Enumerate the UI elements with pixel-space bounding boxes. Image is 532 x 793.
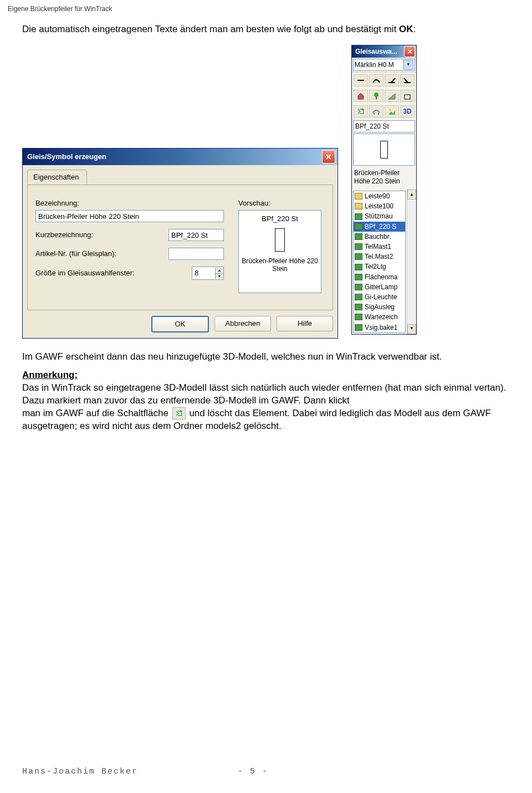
straight-track-icon[interactable] bbox=[354, 74, 368, 86]
gawf-palette: Gleisauswa... ✕ Märklin H0 M ▼ bbox=[351, 45, 417, 335]
label-kurzbezeichnung: Kurzbezeichnung: bbox=[35, 230, 93, 240]
scenery-icon[interactable] bbox=[385, 105, 399, 117]
list-item[interactable]: Vsig.bake1 bbox=[354, 323, 405, 332]
list-item[interactable]: Gi-Leuchte bbox=[354, 292, 405, 302]
list-item[interactable]: BPf_220 S bbox=[354, 222, 405, 232]
list-item-icon bbox=[355, 233, 362, 240]
list-item-icon bbox=[355, 304, 362, 310]
scroll-track[interactable] bbox=[407, 199, 416, 324]
text: man im GAWF auf die Schaltfläche bbox=[22, 408, 168, 418]
chevron-down-icon[interactable]: ▼ bbox=[403, 60, 413, 70]
dialog-gleis-symbol-erzeugen: Gleis/Symbol erzeugen ✕ Eigenschaften Be… bbox=[22, 148, 338, 339]
footer-page: - 5 - bbox=[238, 766, 268, 777]
curve-track-icon[interactable] bbox=[369, 74, 383, 86]
palette-preview bbox=[353, 134, 415, 166]
label-artikelnr: Artikel-Nr. (für Gleisplan): bbox=[35, 249, 116, 259]
toolbar-row-3: 3D bbox=[352, 104, 416, 119]
spin-up-icon[interactable]: ▲ bbox=[215, 268, 223, 273]
input-artikelnr[interactable] bbox=[168, 248, 224, 260]
palette-titlebar[interactable]: Gleisauswa... ✕ bbox=[352, 45, 416, 58]
intro-paragraph: Die automatisch eingetragenen Texte ände… bbox=[22, 23, 510, 36]
scroll-up-icon[interactable]: ▲ bbox=[407, 190, 416, 199]
dialog-titlebar[interactable]: Gleis/Symbol erzeugen ✕ bbox=[23, 149, 337, 165]
list-item[interactable]: Stützmau bbox=[354, 211, 405, 221]
list-item-label: GitterLamp bbox=[365, 283, 397, 291]
text: : bbox=[413, 24, 416, 34]
switch-right-icon[interactable] bbox=[400, 74, 415, 86]
list-item[interactable]: TelMast1 bbox=[354, 242, 405, 252]
list-item-label: Tel.Mast2 bbox=[365, 252, 393, 261]
list-item-label: Leiste100 bbox=[365, 202, 393, 211]
list-item-icon bbox=[355, 274, 362, 280]
3d-button[interactable]: 3D bbox=[400, 105, 415, 117]
bridge-icon[interactable] bbox=[369, 105, 383, 117]
ok-bold: OK bbox=[399, 24, 413, 34]
symbol-list[interactable]: Leiste90Leiste100StützmauBPf_220 SBauchb… bbox=[353, 191, 406, 333]
note-heading: Anmerkung: bbox=[22, 370, 78, 380]
list-item[interactable]: SigAusleg bbox=[354, 302, 405, 312]
svg-point-1 bbox=[374, 93, 378, 97]
input-groesse[interactable]: 8 ▲ ▼ bbox=[192, 267, 224, 280]
cancel-button[interactable]: Abbrechen bbox=[214, 316, 271, 331]
scrollbar[interactable]: ▲ ▼ bbox=[407, 190, 416, 334]
system-combobox-value: Märklin H0 M bbox=[355, 60, 394, 69]
input-kurzbezeichnung[interactable] bbox=[168, 229, 224, 241]
list-item-label: Vsig.bake1 bbox=[365, 323, 397, 332]
list-item[interactable]: Flächenma bbox=[354, 272, 405, 282]
list-item-icon bbox=[355, 284, 362, 290]
list-item[interactable]: Tel2Ltg bbox=[354, 262, 405, 272]
list-item[interactable]: GitterLamp bbox=[354, 282, 405, 292]
list-item-label: Wartezeich bbox=[365, 313, 398, 321]
label-groesse: Größe im Gleisauswahlfenster: bbox=[35, 268, 134, 278]
system-combobox[interactable]: Märklin H0 M ▼ bbox=[353, 59, 415, 71]
list-item[interactable]: Bauchbr. bbox=[354, 232, 405, 242]
text: Das in WinTrack so eingetragene 3D-Model… bbox=[22, 382, 506, 406]
spin-down-icon[interactable]: ▼ bbox=[215, 274, 223, 279]
house-icon[interactable] bbox=[354, 90, 368, 102]
list-item-icon bbox=[355, 243, 362, 250]
switch-left-icon[interactable] bbox=[385, 74, 399, 86]
list-item-icon bbox=[355, 193, 362, 199]
preview-box: BPf_220 St Brücken-Pfeiler Höhe 220 Stei… bbox=[238, 210, 321, 293]
slope-icon[interactable] bbox=[385, 90, 399, 102]
footer-author: Hans-Joachim Becker bbox=[22, 766, 138, 777]
tab-eigenschaften[interactable]: Eigenschaften bbox=[27, 170, 87, 185]
list-item[interactable]: Leiste90 bbox=[354, 191, 405, 201]
input-groesse-value: 8 bbox=[192, 268, 215, 278]
list-item-icon bbox=[355, 253, 362, 260]
toolbar-row-1 bbox=[352, 73, 416, 88]
preview-long-label: Brücken-Pfeiler Höhe 220 Stein bbox=[239, 257, 321, 273]
text: Die automatisch eingetragenen Texte ände… bbox=[22, 24, 399, 34]
list-item-label: Stützmau bbox=[365, 212, 393, 221]
label-bezeichnung: Bezeichnung: bbox=[35, 198, 224, 208]
ok-button[interactable]: OK bbox=[151, 316, 209, 332]
list-item-icon bbox=[355, 324, 362, 331]
structure-icon[interactable] bbox=[400, 90, 415, 102]
list-item-label: SigAusleg bbox=[365, 303, 395, 311]
toolbar-row-2 bbox=[352, 88, 416, 104]
tree-icon[interactable] bbox=[369, 90, 383, 102]
paragraph-result: Im GAWF erscheint dann das neu hinzugefü… bbox=[22, 351, 510, 364]
palette-short-input[interactable]: BPf_220 St bbox=[353, 120, 415, 132]
preview-short-label: BPf_220 St bbox=[239, 214, 321, 224]
close-icon[interactable]: ✕ bbox=[322, 150, 335, 163]
input-bezeichnung[interactable] bbox=[35, 210, 224, 222]
list-item-label: Bauchbr. bbox=[365, 232, 391, 241]
pillar-symbol-icon bbox=[380, 141, 388, 158]
palette-title: Gleisauswa... bbox=[355, 47, 404, 56]
list-item[interactable]: Leiste100 bbox=[354, 201, 405, 211]
list-item-icon bbox=[355, 294, 362, 300]
list-item-icon bbox=[355, 314, 362, 320]
paragraph-note: Anmerkung: Das in WinTrack so eingetrage… bbox=[22, 369, 510, 433]
scroll-down-icon[interactable]: ▼ bbox=[407, 324, 416, 334]
delete-tool-icon[interactable] bbox=[354, 105, 368, 117]
label-vorschau: Vorschau: bbox=[238, 198, 325, 208]
list-item[interactable]: Wartezeich bbox=[354, 312, 405, 322]
svg-point-4 bbox=[389, 109, 391, 111]
list-item[interactable]: Tel.Mast2 bbox=[354, 252, 405, 262]
page-header: Eigene Brückenpfeiler für WinTrack bbox=[0, 0, 532, 23]
help-button[interactable]: Hilfe bbox=[277, 316, 333, 331]
close-icon[interactable]: ✕ bbox=[404, 46, 415, 57]
list-item-label: TelMast1 bbox=[365, 242, 391, 251]
list-item-icon bbox=[355, 203, 362, 209]
